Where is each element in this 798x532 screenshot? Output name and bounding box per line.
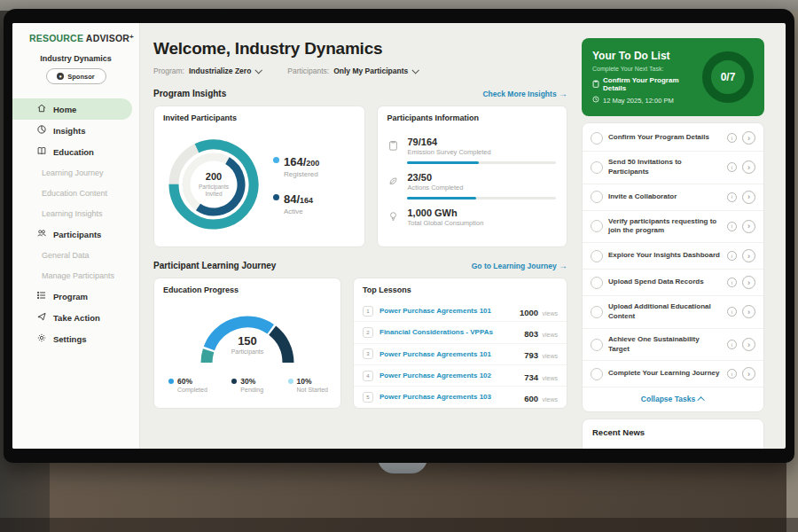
info-icon[interactable]: i xyxy=(727,222,737,231)
lesson-link[interactable]: Financial Considerations - VPPAs xyxy=(379,328,518,336)
info-icon[interactable]: i xyxy=(727,251,737,261)
info-icon[interactable]: i xyxy=(727,369,737,379)
todo-item: Verify participants requesting to join t… xyxy=(583,211,763,244)
info-icon[interactable]: i xyxy=(727,162,737,172)
gauge-center-label: Participants xyxy=(192,348,302,355)
todo-progress-value: 0/7 xyxy=(721,71,736,83)
info-icon[interactable]: i xyxy=(727,278,737,287)
lesson-views: 803 views xyxy=(524,325,558,340)
checkbox[interactable] xyxy=(591,368,603,380)
checkbox[interactable] xyxy=(591,161,603,174)
sidebar-item-education-content[interactable]: Education Content xyxy=(12,183,139,203)
legend-dot xyxy=(288,379,293,384)
info-icon[interactable]: i xyxy=(727,340,737,349)
sidebar-item-education[interactable]: Education xyxy=(12,141,139,162)
chevron-right-button[interactable]: › xyxy=(742,160,755,174)
info-icon[interactable]: i xyxy=(727,192,737,202)
sidebar-item-participants[interactable]: Participants xyxy=(12,223,139,245)
clipboard-icon xyxy=(388,137,400,156)
card-title: Participants Information xyxy=(378,106,567,129)
learning-cards: Education Progress 150 Participants 60%C… xyxy=(153,278,567,409)
donut-center: 200 Participants Invited xyxy=(163,134,264,235)
sidebar-item-insights[interactable]: Insights xyxy=(12,120,139,141)
check-more-insights-link[interactable]: Check More Insights → xyxy=(482,89,567,98)
todo-item-label: Explore Your Insights Dashboard xyxy=(608,251,722,261)
checkbox[interactable] xyxy=(591,250,603,262)
collapse-tasks-link[interactable]: Collapse Tasks xyxy=(583,387,763,408)
lesson-row: 1 Power Purchase Agreements 101 1000 vie… xyxy=(354,301,567,322)
arrow-right-icon: → xyxy=(559,89,567,98)
dashboard-screen: RESOURCE ADVISOR+ Industry Dynamics ● Sp… xyxy=(12,23,786,449)
sidebar-item-label: Insights xyxy=(53,126,85,136)
go-to-learning-journey-link[interactable]: Go to Learning Journey → xyxy=(472,261,567,270)
program-select-value: Industrialize Zero xyxy=(189,66,251,75)
lesson-link[interactable]: Power Purchase Agreements 102 xyxy=(379,372,518,379)
todo-progress-ring: 0/7 xyxy=(702,51,754,103)
section-title: Program Insights xyxy=(153,89,226,98)
chevron-right-button[interactable]: › xyxy=(742,131,755,145)
checkbox[interactable] xyxy=(591,306,603,318)
chevron-right-button[interactable]: › xyxy=(742,276,755,289)
gauge-center: 150 Participants xyxy=(192,334,302,355)
todo-item: Send 50 Invitations to Participants i › xyxy=(583,152,763,184)
page-title: Welcome, Industry Dynamics xyxy=(153,39,567,59)
sidebar-item-label: Program xyxy=(53,292,88,301)
action-arrow-icon xyxy=(36,309,47,325)
legend-label: Pending xyxy=(240,387,263,393)
invited-participants-card: Invited Participants 200 Participants In… xyxy=(153,106,365,247)
lesson-rank: 5 xyxy=(363,392,373,403)
lesson-link[interactable]: Power Purchase Agreements 101 xyxy=(379,350,518,358)
checkbox[interactable] xyxy=(591,339,603,351)
chevron-right-button[interactable]: › xyxy=(742,220,755,233)
checkbox[interactable] xyxy=(591,191,603,203)
monitor-bezel: RESOURCE ADVISOR+ Industry Dynamics ● Sp… xyxy=(4,9,794,463)
todo-item-label: Upload Spend Data Records xyxy=(608,278,722,287)
legend-label: Registered xyxy=(284,170,319,178)
sidebar-item-label: Manage Participants xyxy=(42,271,114,280)
todo-summary-card: Your To Do List Complete Your Next Task:… xyxy=(582,38,764,116)
gear-icon xyxy=(36,331,47,347)
chevron-right-button[interactable]: › xyxy=(742,191,755,204)
checkbox[interactable] xyxy=(591,277,603,289)
pie-chart-icon xyxy=(36,122,47,138)
sidebar-item-general-data[interactable]: General Data xyxy=(12,245,139,265)
checkbox[interactable] xyxy=(591,220,603,232)
recent-news-title: Recent News xyxy=(592,427,754,444)
stat-label: Actions Completed xyxy=(407,184,463,192)
lesson-link[interactable]: Power Purchase Agreements 101 xyxy=(379,307,513,315)
chevron-right-button[interactable]: › xyxy=(742,249,755,262)
info-icon[interactable]: i xyxy=(727,133,737,143)
sidebar-item-settings[interactable]: Settings xyxy=(12,328,139,349)
checkbox[interactable] xyxy=(591,132,603,145)
info-icon[interactable]: i xyxy=(727,307,737,317)
chevron-right-button[interactable]: › xyxy=(742,338,755,351)
book-icon xyxy=(36,144,47,160)
program-insights-header: Program Insights Check More Insights → xyxy=(153,89,567,98)
lesson-link[interactable]: Power Purchase Agreements 103 xyxy=(379,393,518,401)
sidebar-item-home[interactable]: Home xyxy=(12,98,132,120)
org-name: Industry Dynamics xyxy=(12,54,139,63)
donut-center-value: 200 xyxy=(206,171,222,182)
sidebar-item-take-action[interactable]: Take Action xyxy=(12,307,139,328)
program-select[interactable]: Program: Industrialize Zero xyxy=(153,66,261,75)
todo-list-card: Confirm Your Program Details i › Send 50… xyxy=(582,122,764,412)
home-icon xyxy=(36,101,47,117)
sidebar-item-learning-insights[interactable]: Learning Insights xyxy=(12,203,139,223)
chevron-right-button[interactable]: › xyxy=(742,367,755,380)
clock-icon xyxy=(592,96,599,105)
scene: { "brand": {"primary": "RESOURCE", "seco… xyxy=(0,0,798,532)
sidebar-item-learning-journey[interactable]: Learning Journey xyxy=(12,162,139,183)
top-lessons-card: Top Lessons 1 Power Purchase Agreements … xyxy=(353,278,567,409)
sidebar-item-manage-participants[interactable]: Manage Participants xyxy=(12,265,139,286)
sidebar: RESOURCE ADVISOR+ Industry Dynamics ● Sp… xyxy=(12,23,140,449)
todo-item: Explore Your Insights Dashboard i › xyxy=(583,243,763,270)
sponsor-label: Sponsor xyxy=(67,73,94,81)
lesson-views: 793 views xyxy=(524,346,558,362)
sidebar-item-program[interactable]: Program xyxy=(12,286,139,307)
participants-select[interactable]: Participants: Only My Participants xyxy=(287,66,418,75)
chevron-right-button[interactable]: › xyxy=(742,305,755,318)
lesson-rank: 4 xyxy=(363,371,373,381)
todo-next-task: Confirm Your Program Details xyxy=(603,76,702,92)
legend-value: 164/ xyxy=(284,155,306,168)
sidebar-item-label: Education xyxy=(53,147,94,157)
